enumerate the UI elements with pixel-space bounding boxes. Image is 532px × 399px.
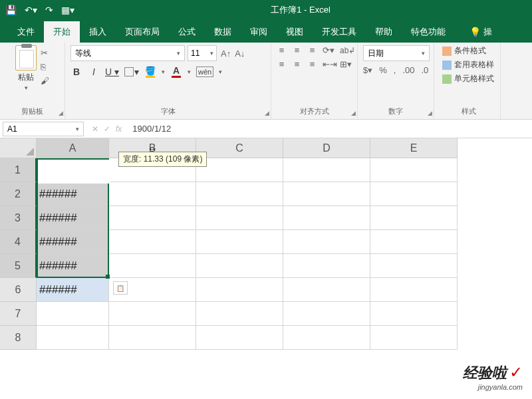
cell[interactable]: [283, 158, 370, 182]
formula-input[interactable]: 1900/1/12: [127, 124, 532, 134]
currency-icon[interactable]: $▾: [363, 65, 372, 75]
phonetic-button[interactable]: wén: [196, 66, 213, 77]
orientation-icon[interactable]: ⟳▾: [323, 45, 334, 55]
row-header[interactable]: 1: [0, 158, 37, 182]
dialog-launcher-icon[interactable]: ◢: [265, 110, 269, 116]
increase-font-icon[interactable]: A↑: [219, 47, 232, 60]
font-color-button[interactable]: A: [170, 65, 182, 78]
cell[interactable]: [283, 254, 370, 278]
cell[interactable]: ######: [37, 278, 109, 302]
column-header[interactable]: D: [283, 138, 370, 158]
cell[interactable]: [37, 326, 109, 350]
cell-styles-button[interactable]: 单元格样式: [442, 73, 495, 84]
decrease-font-icon[interactable]: A↓: [233, 47, 246, 60]
cell[interactable]: [370, 158, 458, 182]
tab-special[interactable]: 特色功能: [402, 21, 455, 43]
bold-button[interactable]: B: [70, 66, 82, 77]
paste-button[interactable]: 粘贴 ▾: [15, 45, 37, 91]
cell[interactable]: [109, 230, 196, 254]
tab-view[interactable]: 视图: [277, 21, 313, 43]
cell[interactable]: [283, 326, 370, 350]
decrease-decimal-icon[interactable]: .0: [422, 65, 429, 75]
cell[interactable]: [370, 206, 458, 230]
tab-help[interactable]: 帮助: [366, 21, 402, 43]
cell[interactable]: ######: [37, 254, 109, 278]
merge-icon[interactable]: ⊞▾: [340, 59, 352, 69]
cut-icon[interactable]: ✂: [41, 48, 49, 58]
cell[interactable]: [283, 206, 370, 230]
column-header[interactable]: C: [196, 138, 283, 158]
italic-button[interactable]: I: [88, 66, 100, 77]
font-size-select[interactable]: 11▾: [188, 45, 217, 61]
dialog-launcher-icon[interactable]: ◢: [351, 110, 356, 116]
paste-options-button[interactable]: 📋: [113, 281, 128, 295]
tab-data[interactable]: 数据: [205, 21, 241, 43]
tab-insert[interactable]: 插入: [80, 21, 116, 43]
column-header[interactable]: E: [370, 138, 458, 158]
format-table-button[interactable]: 套用表格样: [442, 59, 495, 70]
cell-grid[interactable]: ####################################: [37, 158, 458, 350]
number-format-select[interactable]: 日期▾: [363, 45, 430, 61]
border-button[interactable]: ▾: [124, 66, 139, 77]
cell[interactable]: ######: [37, 230, 109, 254]
cell[interactable]: [283, 278, 370, 302]
row-header[interactable]: 7: [0, 302, 37, 326]
cell[interactable]: [196, 326, 283, 350]
fill-color-button[interactable]: 🪣: [144, 66, 156, 78]
percent-icon[interactable]: %: [379, 65, 387, 75]
cell[interactable]: [196, 254, 283, 278]
column-header[interactable]: A: [37, 138, 109, 158]
tab-formulas[interactable]: 公式: [169, 21, 205, 43]
cell[interactable]: [370, 182, 458, 206]
dialog-launcher-icon[interactable]: ◢: [59, 110, 63, 116]
cell[interactable]: [370, 302, 458, 326]
font-name-select[interactable]: 等线▾: [70, 45, 185, 61]
copy-icon[interactable]: ⎘: [41, 62, 49, 72]
wrap-text-icon[interactable]: ab↲: [340, 46, 352, 55]
tab-layout[interactable]: 页面布局: [116, 21, 169, 43]
align-middle-icon[interactable]: ≡: [292, 45, 302, 55]
increase-decimal-icon[interactable]: .00: [402, 65, 414, 75]
row-header[interactable]: 8: [0, 326, 37, 350]
cell[interactable]: ######: [37, 182, 109, 206]
tab-developer[interactable]: 开发工具: [313, 21, 366, 43]
tab-tellme[interactable]: 💡操: [460, 21, 501, 43]
cell[interactable]: [196, 206, 283, 230]
select-all-corner[interactable]: [0, 138, 37, 158]
row-header[interactable]: 2: [0, 182, 37, 206]
indent-icon[interactable]: ⇤⇥: [323, 59, 334, 69]
cell[interactable]: [370, 254, 458, 278]
cell[interactable]: [109, 206, 196, 230]
cell[interactable]: [109, 326, 196, 350]
align-left-icon[interactable]: ≡: [277, 59, 287, 69]
cell[interactable]: ######: [37, 158, 109, 182]
comma-icon[interactable]: ,: [394, 65, 396, 75]
cell[interactable]: [283, 230, 370, 254]
cell[interactable]: [109, 302, 196, 326]
cell[interactable]: [196, 158, 283, 182]
cell[interactable]: [370, 278, 458, 302]
tab-review[interactable]: 审阅: [241, 21, 277, 43]
row-header[interactable]: 3: [0, 206, 37, 230]
cell[interactable]: [283, 182, 370, 206]
align-top-icon[interactable]: ≡: [277, 45, 287, 55]
enter-icon[interactable]: ✓: [104, 124, 110, 134]
cell[interactable]: [37, 302, 109, 326]
cell[interactable]: [196, 182, 283, 206]
align-bottom-icon[interactable]: ≡: [307, 45, 317, 55]
cell[interactable]: [109, 254, 196, 278]
row-header[interactable]: 5: [0, 254, 37, 278]
underline-button[interactable]: U ▾: [105, 66, 119, 77]
cancel-icon[interactable]: ✕: [92, 124, 98, 134]
tab-file[interactable]: 文件: [8, 21, 44, 43]
tab-home[interactable]: 开始: [44, 21, 80, 43]
name-box[interactable]: A1▾: [3, 122, 84, 136]
cell[interactable]: [370, 326, 458, 350]
cell[interactable]: ######: [37, 206, 109, 230]
customize-icon[interactable]: ▦▾: [61, 5, 74, 15]
conditional-format-button[interactable]: 条件格式: [442, 45, 495, 57]
cell[interactable]: [283, 302, 370, 326]
row-header[interactable]: 4: [0, 230, 37, 254]
dialog-launcher-icon[interactable]: ◢: [428, 110, 432, 116]
cell[interactable]: [196, 278, 283, 302]
